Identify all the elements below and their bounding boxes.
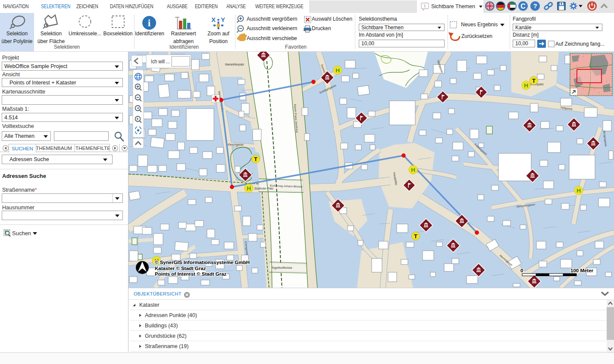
svg-text:Y: Y [221, 16, 225, 23]
svg-text:i: i [424, 3, 426, 8]
svg-text:Points of Interest © Stadt Gra: Points of Interest © Stadt Graz [155, 271, 227, 277]
svg-text:i: i [148, 18, 151, 28]
svg-text:Kataster © Stadt Graz: Kataster © Stadt Graz [155, 266, 206, 271]
svg-text:?: ? [533, 2, 537, 9]
svg-text:© SynerGIS Informationssysteme: © SynerGIS Informationssysteme GmbH [155, 260, 250, 265]
svg-text:Südtiroler Platz: Südtiroler Platz [254, 187, 273, 190]
svg-text:Ich will ...: Ich will ... [151, 58, 170, 65]
svg-text:X: X [211, 16, 216, 23]
svg-text:Kleschgasse: Kleschgasse [228, 143, 244, 146]
svg-text:100 Meter: 100 Meter [570, 268, 594, 273]
svg-text:0: 0 [520, 268, 523, 273]
svg-text:Tegetthoffbrücke: Tegetthoffbrücke [272, 266, 292, 270]
svg-text:C: C [520, 3, 526, 10]
svg-text:Mariahilferplatz: Mariahilferplatz [225, 63, 244, 66]
